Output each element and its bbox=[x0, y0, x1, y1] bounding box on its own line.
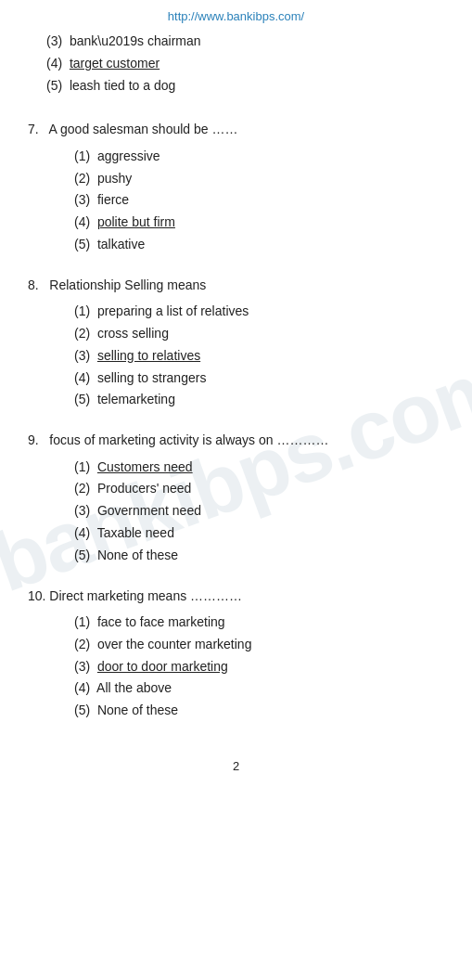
list-item: (1) preparing a list of relatives bbox=[74, 301, 444, 323]
option-text: leash tied to a dog bbox=[70, 78, 175, 93]
question-number: 9. bbox=[28, 432, 49, 447]
question-body: focus of marketing activity is always on… bbox=[49, 432, 328, 447]
list-item: (2) Producers' need bbox=[74, 478, 444, 500]
option-num: (4) bbox=[46, 56, 70, 71]
list-item: (2) cross selling bbox=[74, 323, 444, 345]
question-10: 10. Direct marketing means ………… (1) face… bbox=[28, 586, 444, 722]
top-options: (3) bank\u2019s chairman (4) target cust… bbox=[28, 31, 444, 97]
question-number: 7. bbox=[28, 122, 49, 136]
question-9: 9. focus of marketing activity is always… bbox=[28, 430, 444, 566]
option-text: target customer bbox=[70, 56, 159, 71]
list-item: (5) leash tied to a dog bbox=[46, 75, 444, 97]
list-item: (3) fierce bbox=[74, 189, 444, 212]
list-item: (5) telemarketing bbox=[74, 389, 444, 411]
list-item: (3) selling to relatives bbox=[74, 345, 444, 368]
question-number: 8. bbox=[28, 277, 49, 292]
question-body: Relationship Selling means bbox=[49, 277, 206, 292]
options-list: (1) Customers need (2) Producers' need (… bbox=[28, 457, 444, 567]
question-text: 10. Direct marketing means ………… bbox=[28, 586, 444, 606]
options-list: (1) face to face marketing (2) over the … bbox=[28, 612, 444, 722]
options-list: (1) preparing a list of relatives (2) cr… bbox=[28, 301, 444, 411]
list-item: (4) selling to strangers bbox=[74, 368, 444, 390]
list-item: (1) face to face marketing bbox=[74, 612, 444, 634]
options-list: (1) aggressive (2) pushy (3) fierce (4) … bbox=[28, 146, 444, 256]
question-body: A good salesman should be …… bbox=[49, 122, 238, 136]
list-item: (5) None of these bbox=[74, 700, 444, 722]
question-text: 9. focus of marketing activity is always… bbox=[28, 430, 444, 450]
question-body: Direct marketing means ………… bbox=[49, 588, 242, 603]
question-number: 10. bbox=[28, 588, 49, 603]
list-item: (4) target customer bbox=[46, 53, 444, 75]
question-7: 7. A good salesman should be …… (1) aggr… bbox=[28, 119, 444, 255]
list-item: (3) bank\u2019s chairman bbox=[46, 31, 444, 53]
list-item: (1) Customers need bbox=[74, 457, 444, 479]
option-num: (5) bbox=[46, 78, 70, 93]
question-text: 7. A good salesman should be …… bbox=[28, 119, 444, 139]
page-number: 2 bbox=[28, 759, 444, 773]
page-container: bankibps.com http://www.bankibps.com/ (3… bbox=[0, 0, 472, 980]
list-item: (3) Government need bbox=[74, 500, 444, 522]
header-url: http://www.bankibps.com/ bbox=[28, 9, 444, 23]
question-text: 8. Relationship Selling means bbox=[28, 275, 444, 295]
question-8: 8. Relationship Selling means (1) prepar… bbox=[28, 275, 444, 411]
list-item: (5) None of these bbox=[74, 545, 444, 567]
list-item: (4) Taxable need bbox=[74, 522, 444, 545]
list-item: (1) aggressive bbox=[74, 146, 444, 168]
list-item: (2) over the counter marketing bbox=[74, 634, 444, 656]
list-item: (4) polite but firm bbox=[74, 212, 444, 234]
list-item: (5) talkative bbox=[74, 234, 444, 256]
list-item: (2) pushy bbox=[74, 168, 444, 190]
content: http://www.bankibps.com/ (3) bank\u2019s… bbox=[28, 9, 444, 773]
list-item: (4) All the above bbox=[74, 677, 444, 700]
list-item: (3) door to door marketing bbox=[74, 656, 444, 678]
option-text: bank\u2019s chairman bbox=[70, 33, 201, 48]
option-num: (3) bbox=[46, 33, 70, 48]
